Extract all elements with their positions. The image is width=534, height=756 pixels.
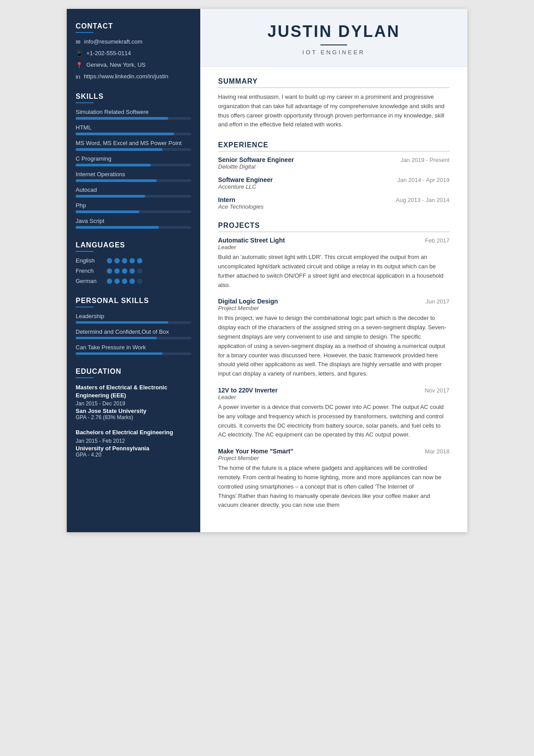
skill-item: Php <box>76 202 191 213</box>
lang-dots <box>107 268 142 274</box>
edu-university: University of Pennsylvania <box>76 445 191 452</box>
skill-bar-fill <box>76 226 159 229</box>
lang-name: German <box>76 278 107 284</box>
project-date: Feb 2017 <box>425 237 449 244</box>
lang-dot <box>137 268 142 274</box>
languages-section: LANGUAGES EnglishFrenchGerman <box>76 241 191 284</box>
exp-header: Senior Software Engineer Jan 2019 - Pres… <box>218 156 449 163</box>
education-section: EDUCATION Masters of Electrical & Electr… <box>76 368 191 458</box>
skill-item: Java Script <box>76 218 191 229</box>
skill-name: Autocad <box>76 186 191 193</box>
experience-item: Intern Aug 2013 - Jan 2014 Ace Technolog… <box>218 196 449 210</box>
lang-dot <box>129 279 135 284</box>
skill-item: MS Word, MS Excel and MS Power Point <box>76 140 191 151</box>
project-role: Leader <box>218 244 449 251</box>
linkedin-icon: in <box>76 73 80 80</box>
personal-skill-bar <box>76 337 157 339</box>
lang-dot <box>107 279 112 284</box>
skill-name: Java Script <box>76 218 191 224</box>
exp-company: Accenture LLC <box>218 183 449 190</box>
project-desc: A power inverter is a device that conver… <box>218 403 449 440</box>
summary-title: SUMMARY <box>218 77 449 88</box>
exp-role: Intern <box>218 196 235 203</box>
personal-skill-bar-bg <box>76 352 191 355</box>
skill-item: HTML <box>76 124 191 135</box>
project-role: Project Member <box>218 305 449 311</box>
edu-gpa: GPA - 4.20 <box>76 452 191 458</box>
project-date: Mar 2018 <box>425 448 449 455</box>
personal-skill-bar <box>76 352 162 355</box>
skill-bar-fill <box>76 148 162 151</box>
candidate-title: IOT ENGINEER <box>218 49 449 56</box>
personal-skills-section: PERSONAL SKILLS Leadership Determind and… <box>76 297 191 355</box>
skill-bar-fill <box>76 210 139 213</box>
project-header: Make Your Home "Smart" Mar 2018 <box>218 448 449 455</box>
skill-bar-fill <box>76 195 145 198</box>
lang-dot <box>122 279 127 284</box>
personal-skill-item: Can Take Pressure in Work <box>76 344 191 355</box>
project-date: Jun 2017 <box>426 298 450 305</box>
skill-name: MS Word, MS Excel and MS Power Point <box>76 140 191 146</box>
email-icon: ✉ <box>76 39 81 45</box>
exp-date: Jan 2014 - Apr 2019 <box>397 177 449 183</box>
skill-name: Simulation Related Softwere <box>76 109 191 115</box>
languages-title: LANGUAGES <box>76 241 191 252</box>
exp-header: Software Engineer Jan 2014 - Apr 2019 <box>218 176 449 183</box>
skill-bar-bg <box>76 195 191 198</box>
projects-section: PROJECTS Automatic Street Light Feb 2017… <box>218 222 449 510</box>
skill-name: HTML <box>76 124 191 131</box>
lang-name: French <box>76 267 107 274</box>
contact-linkedin: in https://www.linkedin.com/in/justin <box>76 73 191 80</box>
main-content: JUSTIN DYLAN IOT ENGINEER SUMMARY Having… <box>200 9 467 532</box>
edu-degree: Masters of Electrical & Electronic Engin… <box>76 384 191 400</box>
personal-skill-item: Determind and Confident,Out of Box <box>76 328 191 340</box>
exp-date: Aug 2013 - Jan 2014 <box>396 197 449 203</box>
skill-bar-bg <box>76 148 191 151</box>
lang-dot <box>137 279 142 284</box>
lang-dot <box>137 258 142 263</box>
language-item: German <box>76 278 191 284</box>
skills-section: SKILLS Simulation Related Softwere HTML … <box>76 93 191 229</box>
project-item: 12V to 220V Inverter Nov 2017 Leader A p… <box>218 387 449 440</box>
contact-section: CONTACT ✉ info@resumekraft.com 📱 +1-202-… <box>76 22 191 80</box>
skill-item: Simulation Related Softwere <box>76 109 191 120</box>
contact-location: 📍 Geneva, New York, US <box>76 61 191 69</box>
project-header: Digital Logic Design Jun 2017 <box>218 298 449 305</box>
skill-bar-bg <box>76 117 191 120</box>
skill-item: Internet Operations <box>76 171 191 182</box>
phone-icon: 📱 <box>76 50 83 57</box>
lang-dot <box>107 268 112 274</box>
skill-bar-bg <box>76 210 191 213</box>
project-desc: Build an 'automatic street light with LD… <box>218 253 449 290</box>
edu-degree: Bachelors of Electrical Engineering <box>76 429 191 437</box>
name-divider <box>320 44 347 45</box>
lang-dot <box>114 279 120 284</box>
education-item: Bachelors of Electrical Engineering Jan … <box>76 429 191 457</box>
exp-company: Deloitte Digital <box>218 163 449 170</box>
skill-bar-bg <box>76 164 191 166</box>
personal-skill-name: Can Take Pressure in Work <box>76 344 191 351</box>
projects-list: Automatic Street Light Feb 2017 Leader B… <box>218 237 449 510</box>
lang-dots <box>107 258 142 263</box>
summary-text: Having real enthusiasm, I want to build … <box>218 93 449 129</box>
experience-section: EXPERIENCE Senior Software Engineer Jan … <box>218 141 449 210</box>
project-role: Project Member <box>218 455 449 461</box>
project-name: Automatic Street Light <box>218 237 285 244</box>
project-item: Make Your Home "Smart" Mar 2018 Project … <box>218 448 449 510</box>
summary-section: SUMMARY Having real enthusiasm, I want t… <box>218 77 449 129</box>
lang-dot <box>122 258 127 263</box>
education-item: Masters of Electrical & Electronic Engin… <box>76 384 191 420</box>
language-item: English <box>76 257 191 264</box>
main-header: JUSTIN DYLAN IOT ENGINEER <box>200 9 467 67</box>
skills-list: Simulation Related Softwere HTML MS Word… <box>76 109 191 229</box>
experience-item: Software Engineer Jan 2014 - Apr 2019 Ac… <box>218 176 449 190</box>
skill-bar-fill <box>76 133 174 135</box>
exp-header: Intern Aug 2013 - Jan 2014 <box>218 196 449 203</box>
candidate-name: JUSTIN DYLAN <box>218 22 449 41</box>
skill-bar-fill <box>76 117 168 120</box>
project-item: Automatic Street Light Feb 2017 Leader B… <box>218 237 449 290</box>
sidebar: CONTACT ✉ info@resumekraft.com 📱 +1-202-… <box>67 9 200 532</box>
experience-list: Senior Software Engineer Jan 2019 - Pres… <box>218 156 449 210</box>
exp-role: Senior Software Engineer <box>218 156 294 163</box>
exp-role: Software Engineer <box>218 176 273 183</box>
